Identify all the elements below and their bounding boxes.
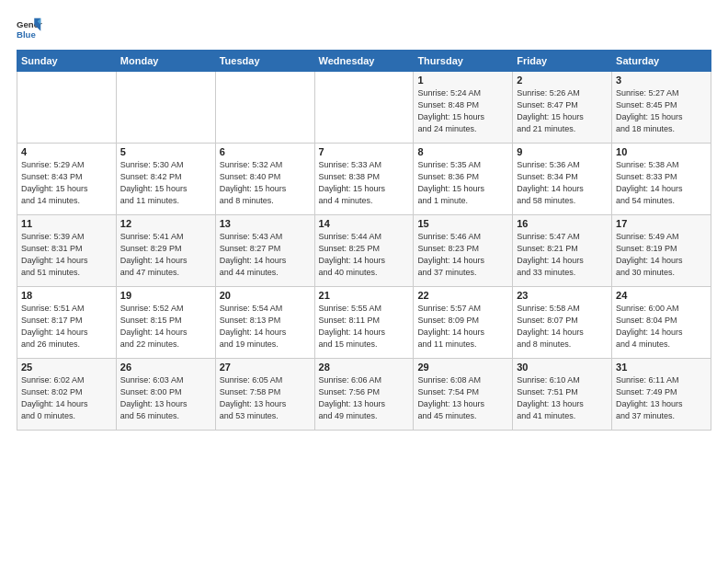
day-info: Sunrise: 5:54 AM Sunset: 8:13 PM Dayligh… <box>220 303 311 350</box>
week-row-4: 18Sunrise: 5:51 AM Sunset: 8:17 PM Dayli… <box>17 287 711 359</box>
page: General Blue SundayMondayTuesdayWednesda… <box>0 0 728 563</box>
day-cell: 16Sunrise: 5:47 AM Sunset: 8:21 PM Dayli… <box>513 215 612 287</box>
header-cell-saturday: Saturday <box>612 51 711 72</box>
day-number: 17 <box>616 218 707 229</box>
day-number: 13 <box>220 218 311 229</box>
day-number: 21 <box>319 290 410 301</box>
day-number: 8 <box>417 146 508 157</box>
day-number: 28 <box>319 362 410 373</box>
day-number: 9 <box>517 146 608 157</box>
day-number: 4 <box>21 146 112 157</box>
day-cell: 2Sunrise: 5:26 AM Sunset: 8:47 PM Daylig… <box>513 72 612 144</box>
day-info: Sunrise: 6:00 AM Sunset: 8:04 PM Dayligh… <box>616 303 707 350</box>
day-cell: 3Sunrise: 5:27 AM Sunset: 8:45 PM Daylig… <box>612 72 711 144</box>
day-number: 5 <box>120 146 211 157</box>
day-cell: 30Sunrise: 6:10 AM Sunset: 7:51 PM Dayli… <box>513 359 612 431</box>
header-cell-monday: Monday <box>116 51 215 72</box>
day-info: Sunrise: 6:02 AM Sunset: 8:02 PM Dayligh… <box>21 374 112 422</box>
day-cell: 8Sunrise: 5:35 AM Sunset: 8:36 PM Daylig… <box>414 144 513 215</box>
day-info: Sunrise: 5:49 AM Sunset: 8:19 PM Dayligh… <box>616 231 707 279</box>
day-cell <box>215 72 314 144</box>
day-number: 22 <box>417 290 508 301</box>
day-info: Sunrise: 5:29 AM Sunset: 8:43 PM Dayligh… <box>21 159 112 207</box>
day-cell: 29Sunrise: 6:08 AM Sunset: 7:54 PM Dayli… <box>414 359 513 431</box>
day-info: Sunrise: 5:52 AM Sunset: 8:15 PM Dayligh… <box>120 303 211 350</box>
day-number: 20 <box>220 290 311 301</box>
day-number: 29 <box>417 362 508 373</box>
day-info: Sunrise: 5:35 AM Sunset: 8:36 PM Dayligh… <box>417 159 508 207</box>
day-info: Sunrise: 6:06 AM Sunset: 7:56 PM Dayligh… <box>319 374 410 422</box>
day-cell: 1Sunrise: 5:24 AM Sunset: 8:48 PM Daylig… <box>414 72 513 144</box>
day-cell: 22Sunrise: 5:57 AM Sunset: 8:09 PM Dayli… <box>414 287 513 359</box>
day-info: Sunrise: 5:33 AM Sunset: 8:38 PM Dayligh… <box>319 159 410 207</box>
day-info: Sunrise: 5:44 AM Sunset: 8:25 PM Dayligh… <box>319 231 410 279</box>
header-cell-friday: Friday <box>513 51 612 72</box>
day-cell: 6Sunrise: 5:32 AM Sunset: 8:40 PM Daylig… <box>215 144 314 215</box>
calendar-table: SundayMondayTuesdayWednesdayThursdayFrid… <box>17 50 711 431</box>
day-info: Sunrise: 5:46 AM Sunset: 8:23 PM Dayligh… <box>417 231 508 279</box>
day-cell: 4Sunrise: 5:29 AM Sunset: 8:43 PM Daylig… <box>17 144 117 215</box>
day-cell: 7Sunrise: 5:33 AM Sunset: 8:38 PM Daylig… <box>314 144 414 215</box>
day-number: 18 <box>21 290 112 301</box>
day-number: 23 <box>517 290 608 301</box>
day-cell: 26Sunrise: 6:03 AM Sunset: 8:00 PM Dayli… <box>116 359 215 431</box>
day-cell: 20Sunrise: 5:54 AM Sunset: 8:13 PM Dayli… <box>215 287 314 359</box>
day-number: 6 <box>220 146 311 157</box>
day-cell: 25Sunrise: 6:02 AM Sunset: 8:02 PM Dayli… <box>17 359 117 431</box>
day-info: Sunrise: 6:03 AM Sunset: 8:00 PM Dayligh… <box>120 374 211 422</box>
day-number: 15 <box>417 218 508 229</box>
day-info: Sunrise: 5:43 AM Sunset: 8:27 PM Dayligh… <box>220 231 311 279</box>
day-cell: 9Sunrise: 5:36 AM Sunset: 8:34 PM Daylig… <box>513 144 612 215</box>
day-cell: 10Sunrise: 5:38 AM Sunset: 8:33 PM Dayli… <box>612 144 711 215</box>
day-info: Sunrise: 5:24 AM Sunset: 8:48 PM Dayligh… <box>417 87 508 135</box>
logo-icon: General Blue <box>17 17 42 42</box>
day-number: 27 <box>220 362 311 373</box>
logo: General Blue <box>17 17 46 42</box>
day-info: Sunrise: 5:58 AM Sunset: 8:07 PM Dayligh… <box>517 303 608 350</box>
day-info: Sunrise: 5:27 AM Sunset: 8:45 PM Dayligh… <box>616 87 707 135</box>
day-cell: 11Sunrise: 5:39 AM Sunset: 8:31 PM Dayli… <box>17 215 117 287</box>
day-cell: 14Sunrise: 5:44 AM Sunset: 8:25 PM Dayli… <box>314 215 414 287</box>
day-number: 14 <box>319 218 410 229</box>
day-number: 24 <box>616 290 707 301</box>
day-number: 31 <box>616 362 707 373</box>
day-info: Sunrise: 5:30 AM Sunset: 8:42 PM Dayligh… <box>120 159 211 207</box>
day-cell: 21Sunrise: 5:55 AM Sunset: 8:11 PM Dayli… <box>314 287 414 359</box>
header-cell-sunday: Sunday <box>17 51 117 72</box>
day-number: 2 <box>517 75 608 86</box>
week-row-2: 4Sunrise: 5:29 AM Sunset: 8:43 PM Daylig… <box>17 144 711 215</box>
day-info: Sunrise: 5:26 AM Sunset: 8:47 PM Dayligh… <box>517 87 608 135</box>
day-number: 10 <box>616 146 707 157</box>
week-row-5: 25Sunrise: 6:02 AM Sunset: 8:02 PM Dayli… <box>17 359 711 431</box>
day-cell: 28Sunrise: 6:06 AM Sunset: 7:56 PM Dayli… <box>314 359 414 431</box>
day-cell: 15Sunrise: 5:46 AM Sunset: 8:23 PM Dayli… <box>414 215 513 287</box>
day-cell: 18Sunrise: 5:51 AM Sunset: 8:17 PM Dayli… <box>17 287 117 359</box>
day-cell <box>314 72 414 144</box>
day-cell: 13Sunrise: 5:43 AM Sunset: 8:27 PM Dayli… <box>215 215 314 287</box>
day-cell: 23Sunrise: 5:58 AM Sunset: 8:07 PM Dayli… <box>513 287 612 359</box>
week-row-3: 11Sunrise: 5:39 AM Sunset: 8:31 PM Dayli… <box>17 215 711 287</box>
header-row: SundayMondayTuesdayWednesdayThursdayFrid… <box>17 51 711 72</box>
day-info: Sunrise: 5:38 AM Sunset: 8:33 PM Dayligh… <box>616 159 707 207</box>
day-number: 1 <box>417 75 508 86</box>
day-number: 11 <box>21 218 112 229</box>
header: General Blue <box>17 17 711 42</box>
header-cell-wednesday: Wednesday <box>314 51 414 72</box>
svg-text:Blue: Blue <box>17 29 36 40</box>
day-cell <box>17 72 117 144</box>
day-cell <box>116 72 215 144</box>
day-cell: 27Sunrise: 6:05 AM Sunset: 7:58 PM Dayli… <box>215 359 314 431</box>
day-info: Sunrise: 5:55 AM Sunset: 8:11 PM Dayligh… <box>319 303 410 350</box>
week-row-1: 1Sunrise: 5:24 AM Sunset: 8:48 PM Daylig… <box>17 72 711 144</box>
day-info: Sunrise: 5:47 AM Sunset: 8:21 PM Dayligh… <box>517 231 608 279</box>
day-info: Sunrise: 5:39 AM Sunset: 8:31 PM Dayligh… <box>21 231 112 279</box>
header-cell-tuesday: Tuesday <box>215 51 314 72</box>
day-info: Sunrise: 5:51 AM Sunset: 8:17 PM Dayligh… <box>21 303 112 350</box>
day-number: 30 <box>517 362 608 373</box>
day-cell: 12Sunrise: 5:41 AM Sunset: 8:29 PM Dayli… <box>116 215 215 287</box>
day-number: 19 <box>120 290 211 301</box>
day-number: 25 <box>21 362 112 373</box>
day-cell: 19Sunrise: 5:52 AM Sunset: 8:15 PM Dayli… <box>116 287 215 359</box>
day-cell: 24Sunrise: 6:00 AM Sunset: 8:04 PM Dayli… <box>612 287 711 359</box>
day-info: Sunrise: 5:57 AM Sunset: 8:09 PM Dayligh… <box>417 303 508 350</box>
